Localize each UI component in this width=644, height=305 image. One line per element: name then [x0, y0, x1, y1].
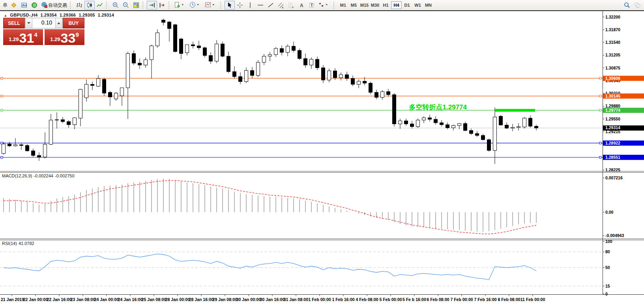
zoom-in-button[interactable]	[110, 1, 121, 9]
arrows-icon	[318, 2, 324, 9]
svg-text:0: 0	[605, 292, 608, 296]
timeframe-D1[interactable]: D1	[402, 1, 412, 9]
chevron-down-icon	[196, 2, 202, 8]
chart-frame	[0, 11, 644, 305]
template-button[interactable]	[204, 1, 219, 9]
svg-text:1.28551: 1.28551	[605, 155, 620, 160]
add-indicator-icon	[174, 2, 180, 9]
svg-text:1.32200: 1.32200	[605, 15, 620, 19]
svg-text:22 Jan 00:00: 22 Jan 00:00	[23, 297, 48, 302]
bar-chart-button[interactable]	[74, 1, 84, 9]
buy-price[interactable]: 1.29339	[45, 29, 84, 45]
svg-text:1.30606: 1.30606	[605, 76, 620, 81]
timeframe-M15[interactable]: M15	[359, 1, 370, 9]
timeframe-switcher: M1M5M15M30H1H4D1W1MN	[338, 1, 434, 9]
collapse-panel-icon[interactable]: ▲	[4, 14, 7, 17]
macd-indicator-label: MACD(12,26,9)-0.002244-0.002750	[2, 173, 76, 178]
svg-text:4 Feb 08:00: 4 Feb 08:00	[356, 297, 378, 302]
svg-text:1.29550: 1.29550	[605, 117, 620, 121]
svg-text:24 Jan 16:00: 24 Jan 16:00	[118, 297, 143, 302]
text-tool-button[interactable]: A	[296, 1, 307, 9]
svg-text:1.28225: 1.28225	[605, 168, 620, 172]
svg-text:5 Feb 00:00: 5 Feb 00:00	[379, 297, 402, 302]
toolbar-grip	[142, 2, 145, 9]
ohlc-close: 1.29314	[98, 13, 114, 17]
turning-point-annotation[interactable]: 多空转折点1.29774	[409, 103, 467, 112]
buy-price-big: 33	[61, 33, 76, 44]
svg-text:1.31205: 1.31205	[605, 53, 620, 57]
svg-text:30 Jan 00:00: 30 Jan 00:00	[236, 297, 261, 302]
ohlc-high: 1.29366	[60, 13, 76, 17]
buy-button[interactable]: BUY	[63, 18, 84, 28]
arrows-tool-button[interactable]	[317, 1, 332, 9]
new-order-button[interactable]: 单	[2, 2, 9, 9]
crosshair-tool-button[interactable]	[235, 1, 245, 9]
timeframe-M30[interactable]: M30	[370, 1, 380, 9]
line-chart-button[interactable]	[95, 1, 105, 9]
autotrade-button[interactable]: 自动交易	[39, 1, 69, 9]
chat-icon[interactable]	[632, 1, 642, 9]
chart-canvas[interactable]: 1.322001.318701.315401.312051.308751.305…	[0, 0, 644, 305]
svg-text:28 Jan 16:00: 28 Jan 16:00	[189, 297, 214, 302]
market-watch-icon[interactable]	[9, 1, 19, 9]
buy-price-pip: 9	[75, 31, 79, 38]
main-toolbar: 单 自动交易 E F A T M1M5M15M30H1H4D1W1MN	[0, 0, 644, 11]
svg-text:6 Feb 08:00: 6 Feb 08:00	[427, 297, 449, 302]
sell-price[interactable]: 1.29314	[3, 29, 43, 45]
candlestick-chart-button[interactable]	[84, 1, 95, 9]
timeframe-H4[interactable]: H4	[391, 1, 402, 9]
svg-text:22 Jan 16:00: 22 Jan 16:00	[47, 297, 72, 302]
cursor-tool-button[interactable]	[225, 1, 235, 9]
tile-windows-button[interactable]	[131, 1, 141, 9]
rsi-indicator-label: RSI(14)41.0782	[2, 241, 36, 246]
trendline-tool-button[interactable]	[266, 1, 276, 9]
svg-text:7 Feb 00:00: 7 Feb 00:00	[450, 297, 473, 302]
svg-text:7 Feb 16:00: 7 Feb 16:00	[474, 297, 496, 302]
svg-text:23 Jan 08:00: 23 Jan 08:00	[71, 297, 95, 302]
svg-text:1.29774: 1.29774	[605, 108, 620, 113]
triangle-up-icon	[57, 22, 60, 24]
sell-price-pip: 4	[34, 31, 37, 38]
zoom-out-button[interactable]	[121, 1, 131, 9]
timeframe-MN[interactable]: MN	[423, 1, 434, 9]
autotrade-label: 自动交易	[48, 2, 67, 9]
terminal-panel-icon[interactable]	[19, 1, 29, 9]
text-label-tool-button[interactable]: T	[307, 1, 317, 9]
rsi-title: RSI(14)	[2, 241, 17, 246]
timeframe-W1[interactable]: W1	[412, 1, 423, 9]
chart-shift-button[interactable]	[157, 1, 167, 9]
timeframe-M5[interactable]: M5	[348, 1, 359, 9]
svg-text:F: F	[292, 6, 294, 9]
toolbar-grip	[106, 2, 109, 9]
macd-signal-value: -0.002750	[55, 173, 75, 178]
volume-value[interactable]: 0.10	[32, 18, 55, 28]
vertical-line-tool-button[interactable]	[245, 1, 255, 9]
search-icon[interactable]	[622, 1, 632, 9]
timeframe-H1[interactable]: H1	[380, 1, 391, 9]
signals-icon[interactable]	[29, 1, 39, 9]
sell-price-base: 1.29	[9, 36, 19, 42]
svg-text:A: A	[300, 3, 303, 8]
volume-decrease-button[interactable]	[26, 18, 32, 28]
chevron-down-icon	[212, 2, 218, 8]
rsi-value: 41.0782	[19, 241, 34, 246]
sell-button[interactable]: SELL	[3, 18, 25, 28]
volume-increase-button[interactable]	[55, 18, 62, 28]
sell-price-big: 31	[19, 33, 34, 44]
timeframe-M1[interactable]: M1	[338, 1, 348, 9]
svg-text:1.31540: 1.31540	[605, 40, 620, 45]
channel-tool-button[interactable]: E	[276, 1, 286, 9]
period-button[interactable]	[188, 1, 204, 9]
add-indicator-button[interactable]	[173, 1, 188, 9]
ohlc-low: 1.29305	[79, 13, 95, 17]
toolbar-grip	[168, 2, 171, 9]
horizontal-line-tool-button[interactable]	[255, 1, 266, 9]
fibonacci-tool-button[interactable]: F	[286, 1, 296, 9]
auto-scroll-button[interactable]	[147, 1, 157, 9]
svg-text:1.29314: 1.29314	[605, 125, 620, 130]
svg-text:8 Feb 08:00: 8 Feb 08:00	[498, 297, 520, 302]
toolbar-grip	[70, 2, 72, 9]
toolbar-grip	[220, 2, 223, 9]
macd-main-value: -0.002244	[34, 173, 53, 178]
autotrade-globe-icon	[41, 2, 47, 9]
